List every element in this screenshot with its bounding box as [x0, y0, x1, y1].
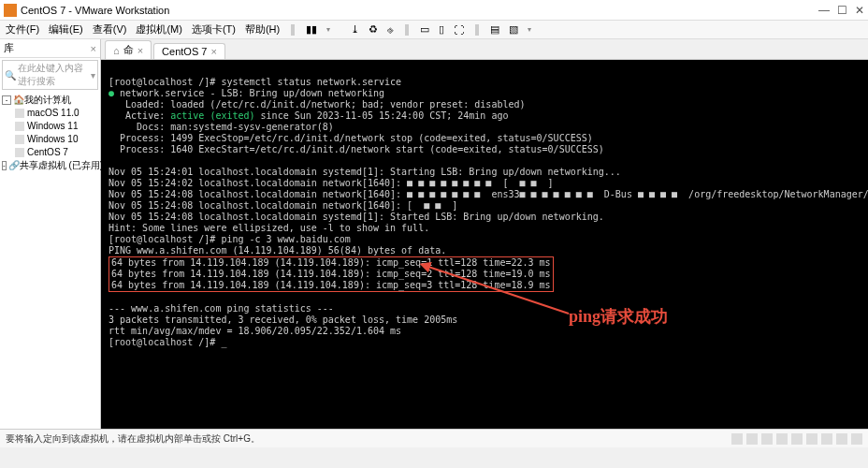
- status-text: 要将输入定向到该虚拟机，请在虚拟机内部单击或按 Ctrl+G。: [6, 432, 260, 446]
- tree-item[interactable]: Windows 11: [15, 120, 98, 133]
- dropdown-icon[interactable]: ▾: [91, 70, 95, 80]
- status-icon[interactable]: [821, 433, 832, 445]
- search-icon: 🔍: [5, 70, 16, 80]
- menu-help[interactable]: 帮助(H): [243, 22, 282, 37]
- sidebar-title: 库: [4, 41, 14, 55]
- status-icon[interactable]: [806, 433, 817, 445]
- content-area: ⌂命× CentOS 7× [root@localhost /]# system…: [101, 39, 868, 429]
- tree-item[interactable]: Windows 10: [15, 133, 98, 146]
- window-title: CentOS 7 - VMware Workstation: [21, 5, 818, 16]
- app-icon: [4, 4, 17, 17]
- tab-home[interactable]: ⌂命×: [105, 40, 152, 59]
- status-icon[interactable]: [731, 433, 743, 445]
- sidebar-search[interactable]: 🔍 在此处键入内容进行搜索 ▾: [2, 60, 98, 90]
- toolbar-icon[interactable]: ⎆: [385, 24, 396, 36]
- search-placeholder: 在此处键入内容进行搜索: [18, 62, 91, 88]
- tab-strip: ⌂命× CentOS 7×: [101, 39, 868, 60]
- annotation-arrow: [419, 262, 578, 318]
- toolbar-icon[interactable]: ⛶: [452, 24, 466, 36]
- menu-view[interactable]: 查看(V): [91, 22, 129, 37]
- tab-active[interactable]: CentOS 7×: [153, 43, 225, 59]
- vm-tree: -🏠 我的计算机 macOS 11.0 Windows 11 Windows 1…: [0, 92, 100, 174]
- toolbar-icon[interactable]: ▯: [437, 23, 446, 36]
- terminal[interactable]: [root@localhost /]# systemctl status net…: [101, 60, 868, 429]
- tree-item[interactable]: CentOS 7: [15, 146, 98, 159]
- close-icon[interactable]: ×: [210, 46, 216, 57]
- annotation-text: ping请求成功: [569, 311, 668, 322]
- status-icon[interactable]: [836, 433, 847, 445]
- menu-bar: 文件(F) 编辑(E) 查看(V) 虚拟机(M) 选项卡(T) 帮助(H) ▮▮…: [0, 21, 868, 39]
- menu-vm[interactable]: 虚拟机(M): [134, 22, 184, 37]
- menu-tabs[interactable]: 选项卡(T): [190, 22, 238, 37]
- toolbar-icon[interactable]: ▤: [488, 23, 501, 36]
- close-button[interactable]: ✕: [855, 4, 864, 17]
- title-bar: CentOS 7 - VMware Workstation — ☐ ✕: [0, 0, 868, 21]
- close-icon[interactable]: ×: [137, 45, 143, 56]
- status-icon[interactable]: [791, 433, 803, 445]
- toolbar-icon[interactable]: ▭: [418, 23, 431, 36]
- status-icon[interactable]: [746, 433, 758, 445]
- sidebar-close-icon[interactable]: ×: [91, 43, 96, 54]
- toolbar-icon[interactable]: ⤓: [349, 23, 361, 36]
- sidebar: 库 × 🔍 在此处键入内容进行搜索 ▾ -🏠 我的计算机 macOS 11.0 …: [0, 39, 101, 429]
- toolbar-icon[interactable]: ♻: [367, 23, 380, 36]
- toolbar-icon[interactable]: ▧: [507, 23, 520, 36]
- minimize-button[interactable]: —: [818, 4, 830, 17]
- svg-line-1: [428, 267, 569, 314]
- maximize-button[interactable]: ☐: [837, 4, 847, 17]
- pause-button[interactable]: ▮▮: [304, 23, 319, 36]
- menu-edit[interactable]: 编辑(E): [47, 22, 85, 37]
- menu-file[interactable]: 文件(F): [4, 22, 41, 37]
- status-icon[interactable]: [761, 433, 773, 445]
- tree-root[interactable]: -🏠 我的计算机: [2, 94, 98, 107]
- tree-shared[interactable]: -🔗 共享虚拟机 (已弃用): [2, 159, 98, 172]
- tree-item[interactable]: macOS 11.0: [15, 107, 98, 120]
- home-icon: ⌂: [113, 45, 120, 56]
- status-icon[interactable]: [776, 433, 788, 445]
- status-icon[interactable]: [851, 433, 862, 445]
- status-bar: 要将输入定向到该虚拟机，请在虚拟机内部单击或按 Ctrl+G。: [0, 429, 868, 447]
